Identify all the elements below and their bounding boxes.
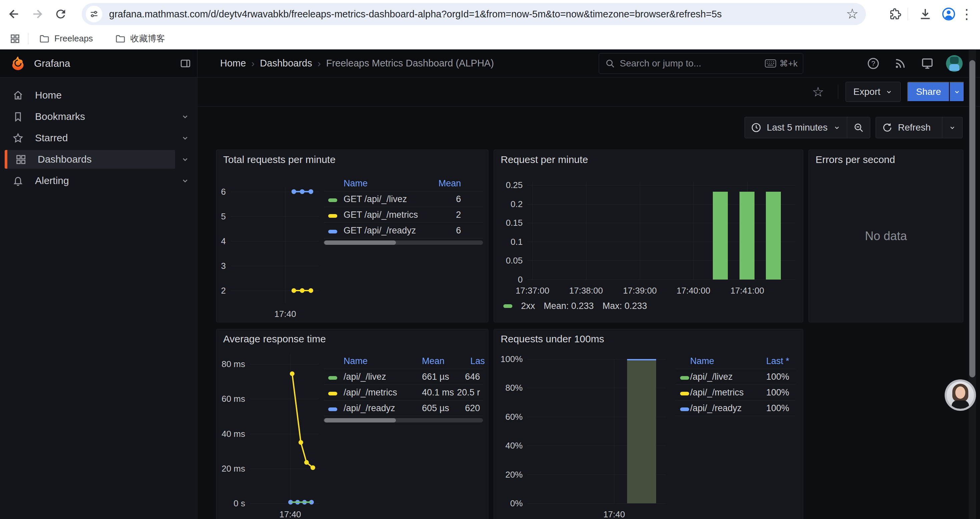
chevron-down-icon bbox=[953, 88, 961, 96]
legend-scrollbar-thumb[interactable] bbox=[324, 418, 396, 423]
zoom-out-icon bbox=[853, 122, 864, 133]
legend-scrollbar[interactable] bbox=[323, 418, 483, 423]
y-tick-label: 0.15 bbox=[494, 217, 523, 228]
breadcrumb-home[interactable]: Home bbox=[220, 58, 246, 69]
help-icon[interactable]: ? bbox=[867, 50, 880, 77]
share-menu-chevron[interactable] bbox=[950, 82, 964, 102]
search-input[interactable] bbox=[620, 58, 765, 69]
panel-title[interactable]: Total requests per minute bbox=[223, 154, 336, 165]
legend-col-mean[interactable]: Mean bbox=[429, 178, 461, 189]
legend-series-name[interactable]: GET /api/_/metrics bbox=[344, 210, 429, 220]
legend-mean-value: 2 bbox=[429, 210, 461, 220]
extensions-icon[interactable] bbox=[886, 5, 904, 23]
legend-last-value: 100% bbox=[757, 372, 789, 382]
downloads-icon[interactable] bbox=[916, 5, 935, 23]
legend-series-name[interactable]: 2xx bbox=[521, 301, 535, 311]
user-avatar[interactable] bbox=[946, 50, 963, 77]
export-button[interactable]: Export bbox=[846, 82, 900, 102]
legend-col-name[interactable]: Name bbox=[344, 178, 429, 189]
legend-header: Name Last * bbox=[675, 354, 795, 369]
breadcrumb-dashboards[interactable]: Dashboards bbox=[260, 58, 312, 69]
profile-avatar-icon[interactable] bbox=[939, 5, 958, 23]
sidebar-item-alerting[interactable]: Alerting bbox=[5, 171, 175, 190]
legend-series-name[interactable]: /api/_/metrics bbox=[344, 387, 422, 398]
legend-scrollbar-thumb[interactable] bbox=[324, 241, 396, 245]
reload-icon[interactable] bbox=[51, 5, 70, 23]
legend-scrollbar[interactable] bbox=[323, 241, 483, 245]
series-plot bbox=[250, 354, 319, 503]
y-tick-label: 2 bbox=[216, 285, 226, 296]
share-button[interactable]: Share bbox=[907, 82, 950, 102]
sidebar-item-home[interactable]: Home bbox=[5, 86, 175, 105]
refresh-interval-chevron[interactable] bbox=[942, 117, 963, 138]
sidebar-row-home: Home bbox=[0, 85, 197, 106]
dashboard-toolbar: ☆ Export Share bbox=[198, 77, 980, 107]
bookmark-star-icon[interactable]: ☆ bbox=[846, 7, 859, 21]
legend-col-last[interactable]: Last * bbox=[757, 356, 789, 366]
chevron-down-icon[interactable] bbox=[180, 133, 190, 143]
bookmark-folder-blogs[interactable]: 收藏博客 bbox=[112, 31, 169, 46]
legend-series-name[interactable]: GET /api/_/livez bbox=[344, 194, 429, 204]
panel-title[interactable]: Average response time bbox=[223, 333, 326, 345]
bar bbox=[766, 192, 781, 279]
legend-last-value: 100% bbox=[757, 403, 789, 414]
nav-sidebar: Home Bookmarks Starred Dashboar bbox=[0, 77, 197, 519]
brand-name[interactable]: Grafana bbox=[34, 58, 70, 69]
folder-icon bbox=[115, 34, 126, 44]
series-color-pill bbox=[328, 376, 337, 380]
zoom-out-button[interactable] bbox=[847, 117, 870, 138]
bar-chart[interactable]: 100%80%60%40%20%0%17:40 bbox=[527, 359, 666, 503]
chevron-down-icon[interactable] bbox=[180, 155, 190, 164]
page-scrollbar[interactable] bbox=[969, 50, 976, 519]
legend-header: Name Mean bbox=[323, 176, 483, 192]
assistant-avatar[interactable] bbox=[945, 379, 976, 411]
bookmark-folder-freeleaps[interactable]: Freeleaps bbox=[36, 31, 96, 46]
legend-mean-value: 40.1 ms bbox=[422, 387, 442, 398]
legend-col-last[interactable]: Las bbox=[442, 356, 480, 366]
legend-row: /api/_/metrics 40.1 ms 20.5 r bbox=[323, 385, 483, 401]
legend-col-name[interactable]: Name bbox=[690, 356, 757, 366]
timeseries-chart[interactable]: 6543217:40 bbox=[231, 187, 319, 303]
bar-chart[interactable]: 0.250.20.150.10.05017:37:0017:38:0017:39… bbox=[527, 181, 795, 279]
refresh-button[interactable]: Refresh bbox=[876, 117, 942, 138]
sidebar-item-bookmarks[interactable]: Bookmarks bbox=[5, 107, 175, 126]
bar bbox=[713, 192, 728, 279]
news-rss-icon[interactable] bbox=[894, 50, 907, 77]
legend: 2xx Mean: 0.233 Max: 0.233 bbox=[503, 301, 647, 311]
legend-row: /api/_/livez 100% bbox=[675, 369, 795, 385]
legend-series-name[interactable]: /api/_/livez bbox=[344, 372, 422, 382]
browser-menu-icon[interactable]: ⋮ bbox=[960, 6, 973, 22]
panel-title[interactable]: Request per minute bbox=[501, 154, 588, 165]
chevron-down-icon[interactable] bbox=[180, 112, 190, 121]
kiosk-monitor-icon[interactable] bbox=[921, 50, 934, 77]
browser-toolbar: grafana.mathmast.com/d/deytv4rwavabkb/fr… bbox=[0, 0, 980, 28]
legend-series-name[interactable]: /api/_/livez bbox=[690, 372, 757, 382]
series-plot bbox=[231, 187, 319, 303]
y-tick-label: 0% bbox=[494, 498, 523, 509]
site-settings-icon[interactable] bbox=[86, 6, 102, 22]
grafana-logo-icon[interactable] bbox=[10, 56, 26, 72]
forward-icon[interactable] bbox=[28, 5, 47, 23]
dock-menu-icon[interactable] bbox=[180, 58, 191, 69]
legend-series-name[interactable]: /api/_/readyz bbox=[690, 403, 757, 414]
sidebar-item-dashboards[interactable]: Dashboards bbox=[5, 150, 175, 169]
gridline bbox=[527, 279, 795, 280]
search-box[interactable]: ⌘+k bbox=[599, 53, 803, 74]
time-range-picker[interactable]: Last 5 minutes bbox=[745, 117, 847, 138]
address-bar[interactable]: grafana.mathmast.com/d/deytv4rwavabkb/fr… bbox=[82, 3, 866, 25]
legend-col-mean[interactable]: Mean bbox=[422, 356, 442, 366]
panel-title[interactable]: Requests under 100ms bbox=[501, 333, 604, 345]
breadcrumb: Home Dashboards Freeleaps Metrics Dashbo… bbox=[220, 50, 494, 77]
legend-last-value: 20.5 r bbox=[442, 387, 480, 398]
legend-col-name[interactable]: Name bbox=[344, 356, 422, 366]
legend-series-name[interactable]: /api/_/readyz bbox=[344, 403, 422, 414]
legend-series-name[interactable]: /api/_/metrics bbox=[690, 387, 757, 398]
apps-grid-icon[interactable] bbox=[10, 33, 21, 45]
chevron-down-icon[interactable] bbox=[180, 176, 190, 185]
timeseries-chart[interactable]: 80 ms60 ms40 ms20 ms0 s17:40 bbox=[250, 354, 319, 503]
back-icon[interactable] bbox=[5, 5, 23, 23]
favorite-star-icon[interactable]: ☆ bbox=[812, 85, 824, 99]
scrollbar-thumb[interactable] bbox=[969, 60, 975, 377]
sidebar-item-starred[interactable]: Starred bbox=[5, 129, 175, 147]
legend-series-name[interactable]: GET /api/_/readyz bbox=[344, 225, 429, 236]
